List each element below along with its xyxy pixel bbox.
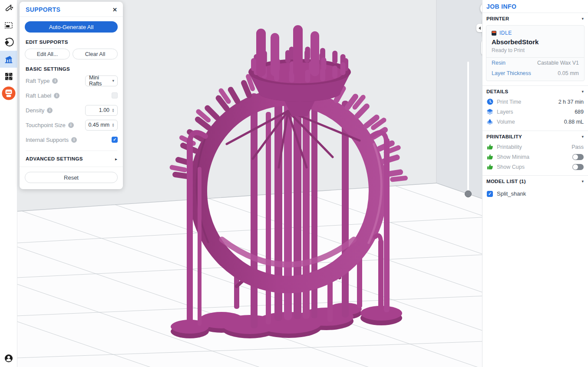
layer-thickness-value: 0.05 mm bbox=[558, 70, 579, 76]
edit-all-button[interactable]: Edit All... bbox=[25, 49, 70, 59]
thumbs-up-icon bbox=[487, 154, 493, 160]
account-button[interactable] bbox=[4, 354, 13, 363]
rotate-icon bbox=[4, 37, 14, 47]
basic-settings-header: BASIC SETTINGS bbox=[26, 66, 117, 72]
touchpoint-size-input[interactable]: 0.45 mm ▲ ▼ bbox=[85, 120, 118, 131]
clock-icon bbox=[487, 98, 493, 105]
chevron-down-icon: ▾ bbox=[581, 179, 584, 184]
advanced-settings-row[interactable]: ADVANCED SETTINGS ▸ bbox=[26, 151, 117, 161]
resin-label[interactable]: Resin bbox=[492, 60, 505, 66]
chevron-down-icon: ▾ bbox=[581, 16, 584, 21]
raft-label-row: Raft Label i bbox=[26, 90, 118, 101]
print-time-row: Print Time 2 h 37 min bbox=[482, 97, 588, 107]
raft-type-row: Raft Type i Mini Rafts ▾ bbox=[26, 75, 118, 86]
close-icon[interactable]: ✕ bbox=[112, 7, 117, 13]
volume-row: Volume 0.88 mL bbox=[482, 117, 588, 127]
magic-wand-icon bbox=[4, 4, 13, 13]
touchpoint-size-value: 0.45 mm bbox=[88, 122, 109, 128]
density-label: Density bbox=[26, 107, 44, 114]
tool-sidebar bbox=[0, 0, 17, 367]
orient-tool[interactable] bbox=[0, 34, 17, 51]
pan-left-icon[interactable] bbox=[479, 26, 481, 30]
thumbs-up-icon bbox=[487, 144, 493, 150]
printer-status: IDLE bbox=[499, 30, 512, 36]
printer-status-icon bbox=[492, 31, 496, 36]
job-info-panel: JOB INFO PRINTER ▾ IDLE AbsorbedStork Re… bbox=[482, 0, 588, 367]
edit-supports-header: EDIT SUPPORTS bbox=[26, 39, 117, 45]
supports-icon bbox=[3, 54, 14, 65]
size-tool[interactable] bbox=[0, 17, 17, 34]
printability-pass: Pass bbox=[571, 144, 584, 150]
printer-card[interactable]: IDLE AbsorbedStork Ready to Print Resin … bbox=[486, 25, 585, 81]
printer-section-header[interactable]: PRINTER ▾ bbox=[482, 13, 588, 24]
formlabs-logo-icon bbox=[1, 86, 16, 101]
formlabs-dashboard-button[interactable] bbox=[0, 85, 17, 102]
model-list-section-header[interactable]: MODEL LIST (1) ▾ bbox=[482, 175, 588, 187]
chevron-down-icon: ▾ bbox=[581, 134, 584, 139]
internal-supports-label: Internal Supports bbox=[26, 137, 69, 143]
supports-panel-title: SUPPORTS bbox=[26, 6, 60, 13]
resin-value: Castable Wax V1 bbox=[537, 60, 579, 66]
layer-thickness-label[interactable]: Layer Thickness bbox=[492, 70, 531, 76]
internal-supports-checkbox[interactable] bbox=[112, 137, 118, 143]
chevron-down-icon: ▾ bbox=[581, 89, 584, 94]
density-value: 1.00 bbox=[99, 107, 109, 113]
info-icon[interactable]: i bbox=[47, 108, 53, 113]
raft-label-label: Raft Label bbox=[26, 92, 51, 99]
clear-all-button[interactable]: Clear All bbox=[73, 49, 118, 59]
raft-type-label: Raft Type bbox=[26, 78, 50, 84]
right-wall bbox=[436, 0, 482, 199]
spin-down-icon[interactable]: ▼ bbox=[112, 110, 115, 112]
show-cups-toggle[interactable] bbox=[572, 164, 584, 170]
touchpoint-size-row: Touchpoint Size i 0.45 mm ▲ ▼ bbox=[26, 119, 118, 131]
printability-section-header[interactable]: PRINTABILITY ▾ bbox=[482, 131, 588, 142]
raft-label-checkbox[interactable] bbox=[112, 92, 118, 98]
printer-name: AbsorbedStork bbox=[486, 36, 584, 46]
show-minima-row: Show Minima bbox=[482, 152, 588, 162]
selection-box-icon bbox=[4, 21, 13, 30]
layers-row: Layers 689 bbox=[482, 107, 588, 117]
density-row: Density i 1.00 ▲ ▼ bbox=[26, 105, 118, 116]
printability-row: Printability Pass bbox=[482, 142, 588, 152]
show-minima-toggle[interactable] bbox=[572, 154, 584, 160]
auto-generate-all-button[interactable]: Auto-Generate All bbox=[25, 21, 118, 33]
info-icon[interactable]: i bbox=[68, 122, 74, 128]
job-info-title: JOB INFO bbox=[482, 0, 588, 13]
supports-panel: SUPPORTS ✕ Auto-Generate All EDIT SUPPOR… bbox=[20, 2, 123, 189]
layer-slider-handle bbox=[465, 191, 472, 197]
preform-app: › + − bbox=[0, 0, 588, 367]
user-avatar-icon bbox=[4, 354, 13, 363]
density-input[interactable]: 1.00 ▲ ▼ bbox=[85, 105, 118, 116]
info-icon[interactable]: i bbox=[71, 137, 77, 143]
internal-supports-row: Internal Supports i bbox=[26, 134, 118, 145]
touchpoint-size-label: Touchpoint Size bbox=[26, 122, 66, 128]
raft-type-value: Mini Rafts bbox=[89, 75, 112, 87]
model-list-item[interactable]: Split_shank bbox=[482, 187, 588, 199]
chevron-down-icon: ▾ bbox=[112, 79, 114, 83]
thumbs-up-icon bbox=[487, 164, 493, 170]
raft-type-dropdown[interactable]: Mini Rafts ▾ bbox=[85, 75, 118, 86]
model-name: Split_shank bbox=[497, 190, 526, 197]
advanced-settings-header: ADVANCED SETTINGS bbox=[26, 156, 83, 161]
info-icon[interactable]: i bbox=[54, 93, 59, 98]
spin-down-icon[interactable]: ▼ bbox=[112, 125, 115, 127]
chevron-right-icon: ▸ bbox=[115, 157, 117, 161]
layout-icon bbox=[4, 72, 13, 81]
one-click-print-tool[interactable] bbox=[0, 0, 17, 17]
layout-tool[interactable] bbox=[0, 68, 17, 85]
layers-icon bbox=[486, 108, 493, 115]
model-checkbox[interactable] bbox=[487, 191, 493, 197]
printer-ready-text: Ready to Print bbox=[486, 46, 584, 57]
supports-tool[interactable] bbox=[0, 51, 17, 68]
info-icon[interactable]: i bbox=[52, 78, 58, 84]
reset-button[interactable]: Reset bbox=[25, 172, 118, 183]
show-cups-row: Show Cups bbox=[482, 162, 588, 172]
details-section-header[interactable]: DETAILS ▾ bbox=[482, 85, 588, 97]
volume-icon bbox=[486, 118, 493, 125]
